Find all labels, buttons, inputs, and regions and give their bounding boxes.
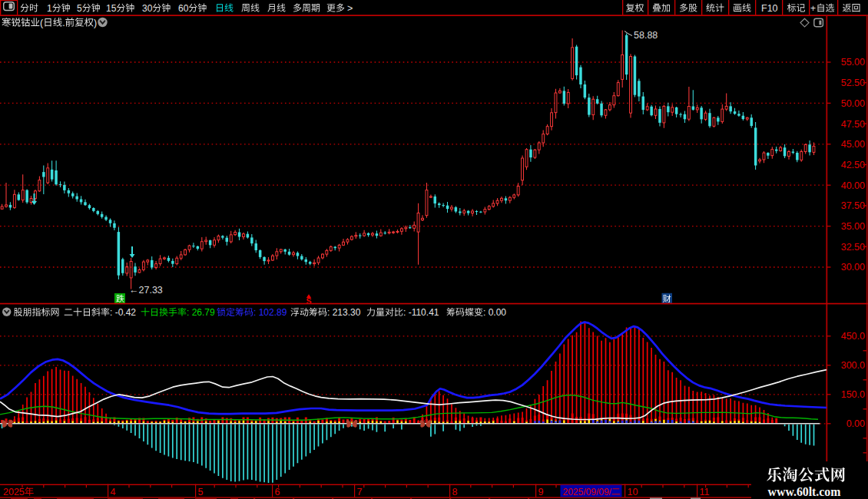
svg-text:: 0.00: : 0.00 [483, 307, 506, 318]
svg-text:4: 4 [111, 487, 116, 497]
svg-text:42.50: 42.50 [841, 160, 865, 170]
svg-text:15: 15 [106, 3, 117, 14]
svg-text:30: 30 [142, 3, 153, 14]
svg-text:7: 7 [357, 487, 363, 497]
svg-text:10: 10 [628, 487, 638, 497]
svg-text:.: . [62, 18, 65, 28]
svg-text:>: > [347, 3, 353, 14]
svg-text:60: 60 [178, 3, 189, 14]
svg-text:): ) [94, 18, 97, 28]
svg-text:2025/09/09/: 2025/09/09/ [563, 487, 612, 497]
svg-text:5: 5 [198, 487, 204, 497]
svg-text:35.00: 35.00 [841, 221, 865, 232]
svg-text:50.00: 50.00 [841, 98, 865, 109]
svg-text:150.0: 150.0 [841, 389, 865, 400]
svg-text:8: 8 [452, 487, 458, 497]
svg-text:40.00: 40.00 [841, 180, 865, 191]
svg-text:: -110.41: : -110.41 [403, 307, 439, 318]
svg-text:52.50: 52.50 [841, 78, 865, 88]
svg-text:45.00: 45.00 [841, 139, 865, 150]
svg-text:+: + [810, 3, 816, 14]
svg-text:450.0: 450.0 [841, 331, 865, 342]
svg-text:: 102.89: : 102.89 [253, 307, 287, 318]
svg-text:6: 6 [275, 487, 280, 497]
svg-text:37.50: 37.50 [841, 200, 865, 211]
svg-text:F10: F10 [761, 3, 778, 14]
svg-text:2025: 2025 [3, 487, 25, 497]
svg-text:47.50: 47.50 [841, 119, 865, 130]
svg-text:11: 11 [700, 487, 710, 497]
svg-text:300.0: 300.0 [841, 360, 865, 371]
svg-text:0.00: 0.00 [846, 418, 865, 429]
svg-text:: 26.79: : 26.79 [187, 307, 215, 318]
svg-text:5: 5 [77, 3, 82, 14]
svg-text:1: 1 [47, 3, 52, 14]
svg-text:www.60lt.com: www.60lt.com [768, 485, 841, 498]
svg-text:30.00: 30.00 [841, 262, 865, 273]
svg-text:32.50: 32.50 [841, 242, 865, 253]
svg-text:: -0.42: : -0.42 [110, 307, 136, 318]
svg-text:: 213.30: : 213.30 [327, 307, 361, 318]
svg-text:9: 9 [538, 487, 544, 497]
svg-text:58.88: 58.88 [634, 30, 658, 41]
svg-text:←27.33: ←27.33 [129, 285, 163, 296]
svg-text:55.00: 55.00 [841, 57, 865, 68]
